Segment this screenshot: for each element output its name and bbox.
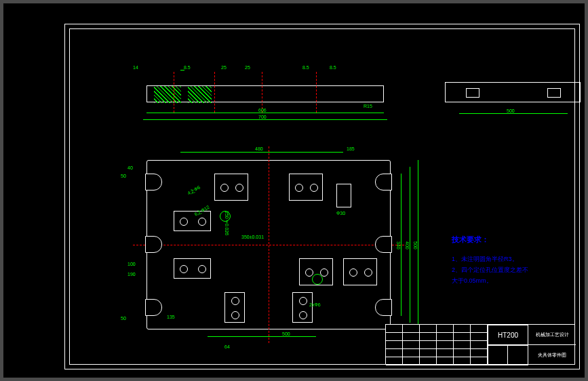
notch-mr [375,236,392,253]
tech-req-line1: 1、未注明圆角半径R3。 [452,255,588,264]
centerline-v1 [174,72,174,113]
dim-50b: 50 [121,316,126,321]
dim-d4: 8.5 [302,65,309,70]
slot-1 [466,88,479,98]
drawing-frame-outer: 8.5 25 25 8.5 8.5 14 606 700 R15 500 [64,24,580,369]
datum-2 [312,274,323,285]
hole [310,184,318,192]
hole [305,268,313,277]
title-block-mid-lower [488,345,528,365]
hole [235,184,243,192]
hole [180,265,188,273]
slot-2 [547,88,561,98]
hole [364,268,372,277]
dim-line-700 [143,119,387,120]
dim-line-r500 [459,113,568,114]
dim-64: 64 [224,344,230,349]
notch-ml [145,236,162,253]
block-t1 [214,174,248,201]
dim-190: 190 [128,272,136,277]
plan-view: 480 185 135 500 40 50 100 190 50 340 400… [146,160,391,329]
tech-req-line3: 大于0.05mm。 [452,277,588,285]
dim-line-480 [180,152,343,153]
title-block: HT200 机械加工艺设计 夹具体零件图 [385,324,575,365]
block-m2 [174,258,211,279]
block-b1 [224,292,245,323]
dim-100: 100 [128,262,136,266]
dim-185: 185 [347,146,355,151]
title-line2: 夹具体零件图 [538,352,566,359]
hatch-area-2 [188,86,212,103]
dim-340: 340 [396,241,401,249]
dim-hole2: Ф30 [336,211,345,216]
dim-tol-h: 350±0.031 [241,235,264,239]
title-block-left [386,325,488,365]
dim-d2: 25 [221,65,227,70]
cad-canvas: 8.5 25 25 8.5 8.5 14 606 700 R15 500 [3,3,585,378]
tech-req-title: 技术要求： [452,235,588,245]
title-block-material: HT200 [488,325,528,345]
hole [231,311,239,319]
dim-700: 700 [258,115,267,119]
notch-br [375,299,392,316]
dim-400: 400 [405,241,410,249]
notch-tr [375,174,392,190]
hole [180,218,188,226]
hole [231,297,239,305]
section-body [146,85,384,102]
dim-b500: 500 [282,332,290,336]
dim-line-340 [401,174,401,316]
dim-d3: 25 [245,65,250,70]
block-t2 [289,174,323,201]
top-section-view: 8.5 25 25 8.5 8.5 14 606 700 R15 [146,75,384,123]
dim-r15: R15 [364,104,372,108]
block-t3 [336,184,351,207]
hole [299,297,307,305]
dim-606: 606 [258,108,267,113]
hole [198,218,206,226]
notch-tl [145,174,162,190]
tech-req-line2: 2、四个定位孔位置度之差不 [452,266,588,275]
dim-tol-v: 250±0.026 [224,211,229,235]
hatch-area-1 [154,86,181,103]
block-m4 [343,258,377,285]
dim-135: 135 [167,315,175,319]
block-m1 [174,211,211,231]
hole [220,184,229,192]
hole [295,184,303,192]
hole [349,268,357,277]
centerline-v2 [214,72,215,113]
dim-d1: 8.5 [184,65,191,70]
title-block-right: 机械加工艺设计 夹具体零件图 [528,325,576,365]
dim-d5: 8.5 [330,65,336,70]
centerline-v3 [262,72,262,113]
dim-r500: 500 [507,108,515,113]
hole [198,265,206,273]
right-section-view: 500 [445,82,581,102]
dim-hole1: 2xФ6 [309,302,321,307]
dim-v500: 500 [413,241,418,249]
dim-40: 40 [128,165,133,170]
dim-line-606 [146,113,384,113]
tech-requirements: 技术要求： 1、未注明圆角半径R3。 2、四个定位孔位置度之差不 大于0.05m… [452,235,588,287]
dim-line-500b [208,336,316,337]
block-b2 [292,292,313,323]
dim-50: 50 [121,174,126,178]
title-line1: 机械加工艺设计 [536,332,569,338]
dim-mark [180,70,184,71]
centerline-v4 [316,72,317,113]
dim-480: 480 [255,146,263,151]
material-label: HT200 [488,325,528,346]
dim-line-400 [410,167,410,323]
hole [299,311,307,319]
notch-bl [145,299,162,316]
centerline-vertical [269,146,269,343]
dim-side-h: 14 [133,65,138,70]
dim-line-500v [418,160,418,329]
